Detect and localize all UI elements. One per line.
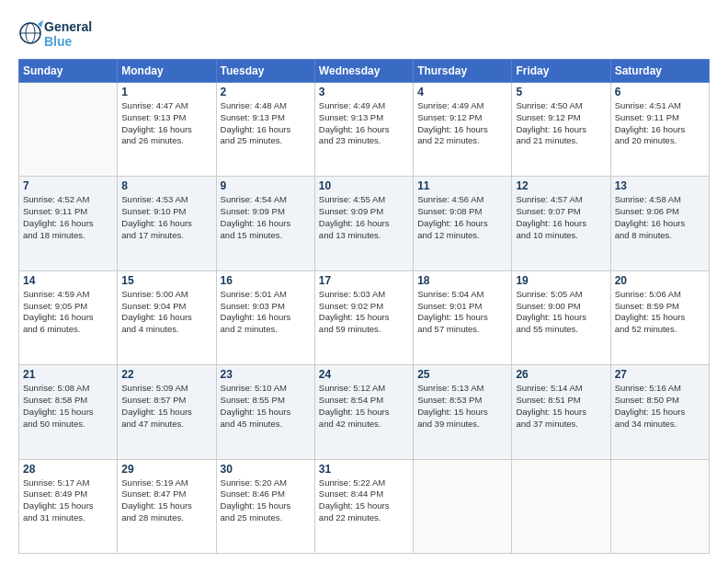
day-number: 14 (23, 274, 113, 287)
calendar-cell: 26Sunrise: 5:14 AMSunset: 8:51 PMDayligh… (512, 365, 610, 459)
calendar-cell (512, 459, 610, 553)
day-number: 31 (319, 463, 409, 476)
cell-info: Sunrise: 4:48 AMSunset: 9:13 PMDaylight:… (221, 100, 311, 147)
weekday-header-saturday: Saturday (610, 60, 709, 83)
calendar-cell: 11Sunrise: 4:56 AMSunset: 9:08 PMDayligh… (414, 177, 512, 270)
cell-info: Sunrise: 5:17 AMSunset: 8:49 PMDaylight:… (23, 477, 113, 524)
cell-info: Sunrise: 5:04 AMSunset: 9:01 PMDaylight:… (417, 289, 507, 336)
cell-info: Sunrise: 5:20 AMSunset: 8:46 PMDaylight:… (221, 477, 311, 524)
calendar-cell: 14Sunrise: 4:59 AMSunset: 9:05 PMDayligh… (19, 270, 118, 364)
day-number: 23 (221, 368, 311, 381)
day-number: 18 (417, 274, 507, 287)
calendar-cell: 31Sunrise: 5:22 AMSunset: 8:44 PMDayligh… (314, 459, 413, 553)
weekday-header-sunday: Sunday (19, 60, 118, 83)
calendar-cell: 15Sunrise: 5:00 AMSunset: 9:04 PMDayligh… (118, 270, 216, 364)
cell-info: Sunrise: 4:49 AMSunset: 9:12 PMDaylight:… (417, 100, 507, 147)
calendar-cell: 16Sunrise: 5:01 AMSunset: 9:03 PMDayligh… (216, 270, 314, 364)
day-number: 15 (121, 274, 211, 287)
calendar-cell: 19Sunrise: 5:05 AMSunset: 9:00 PMDayligh… (512, 270, 610, 364)
day-number: 5 (516, 86, 606, 98)
cell-info: Sunrise: 5:03 AMSunset: 9:02 PMDaylight:… (319, 289, 409, 336)
calendar-cell: 9Sunrise: 4:54 AMSunset: 9:09 PMDaylight… (216, 177, 314, 270)
calendar-cell: 8Sunrise: 4:53 AMSunset: 9:10 PMDaylight… (118, 177, 216, 270)
calendar-cell: 2Sunrise: 4:48 AMSunset: 9:13 PMDaylight… (216, 83, 314, 177)
day-number: 3 (319, 86, 409, 98)
calendar-cell: 13Sunrise: 4:58 AMSunset: 9:06 PMDayligh… (610, 177, 709, 270)
day-number: 4 (417, 86, 507, 98)
day-number: 22 (121, 368, 211, 381)
calendar-week-row: 14Sunrise: 4:59 AMSunset: 9:05 PMDayligh… (19, 270, 710, 364)
calendar-cell: 24Sunrise: 5:12 AMSunset: 8:54 PMDayligh… (314, 365, 413, 459)
cell-info: Sunrise: 4:50 AMSunset: 9:12 PMDaylight:… (516, 100, 606, 147)
day-number: 12 (516, 179, 606, 192)
weekday-header-friday: Friday (512, 60, 610, 83)
calendar-table: SundayMondayTuesdayWednesdayThursdayFrid… (18, 59, 710, 554)
day-number: 26 (516, 368, 606, 381)
calendar-cell: 18Sunrise: 5:04 AMSunset: 9:01 PMDayligh… (414, 270, 512, 364)
calendar-cell: 30Sunrise: 5:20 AMSunset: 8:46 PMDayligh… (216, 459, 314, 553)
cell-info: Sunrise: 4:56 AMSunset: 9:08 PMDaylight:… (417, 194, 507, 241)
cell-info: Sunrise: 4:54 AMSunset: 9:09 PMDaylight:… (221, 194, 311, 241)
day-number: 10 (319, 179, 409, 192)
cell-info: Sunrise: 5:01 AMSunset: 9:03 PMDaylight:… (221, 289, 311, 336)
calendar-cell (414, 459, 512, 553)
calendar-cell: 5Sunrise: 4:50 AMSunset: 9:12 PMDaylight… (512, 83, 610, 177)
cell-info: Sunrise: 5:10 AMSunset: 8:55 PMDaylight:… (221, 383, 311, 430)
day-number: 8 (121, 179, 211, 192)
svg-text:General: General (44, 19, 92, 34)
cell-info: Sunrise: 5:16 AMSunset: 8:50 PMDaylight:… (615, 383, 705, 430)
calendar-cell: 29Sunrise: 5:19 AMSunset: 8:47 PMDayligh… (118, 459, 216, 553)
calendar-week-row: 7Sunrise: 4:52 AMSunset: 9:11 PMDaylight… (19, 177, 710, 270)
calendar-cell: 1Sunrise: 4:47 AMSunset: 9:13 PMDaylight… (118, 83, 216, 177)
calendar-cell (19, 83, 118, 177)
weekday-header-wednesday: Wednesday (314, 60, 413, 83)
cell-info: Sunrise: 4:59 AMSunset: 9:05 PMDaylight:… (23, 289, 113, 336)
cell-info: Sunrise: 5:13 AMSunset: 8:53 PMDaylight:… (417, 383, 507, 430)
day-number: 1 (121, 86, 211, 98)
calendar-cell: 28Sunrise: 5:17 AMSunset: 8:49 PMDayligh… (19, 459, 118, 553)
day-number: 27 (615, 368, 705, 381)
cell-info: Sunrise: 5:12 AMSunset: 8:54 PMDaylight:… (319, 383, 409, 430)
calendar-cell: 12Sunrise: 4:57 AMSunset: 9:07 PMDayligh… (512, 177, 610, 270)
weekday-header-thursday: Thursday (414, 60, 512, 83)
day-number: 6 (615, 86, 705, 98)
cell-info: Sunrise: 5:14 AMSunset: 8:51 PMDaylight:… (516, 383, 606, 430)
day-number: 11 (417, 179, 507, 192)
day-number: 7 (23, 179, 113, 192)
cell-info: Sunrise: 5:00 AMSunset: 9:04 PMDaylight:… (121, 289, 211, 336)
cell-info: Sunrise: 5:19 AMSunset: 8:47 PMDaylight:… (121, 477, 211, 524)
day-number: 30 (221, 463, 311, 476)
day-number: 16 (221, 274, 311, 287)
cell-info: Sunrise: 5:06 AMSunset: 8:59 PMDaylight:… (615, 289, 705, 336)
calendar-cell (610, 459, 709, 553)
day-number: 28 (23, 463, 113, 476)
day-number: 25 (417, 368, 507, 381)
calendar-cell: 25Sunrise: 5:13 AMSunset: 8:53 PMDayligh… (414, 365, 512, 459)
day-number: 21 (23, 368, 113, 381)
header: General Blue (18, 15, 710, 52)
calendar-cell: 4Sunrise: 4:49 AMSunset: 9:12 PMDaylight… (414, 83, 512, 177)
weekday-header-row: SundayMondayTuesdayWednesdayThursdayFrid… (19, 60, 710, 83)
calendar-cell: 20Sunrise: 5:06 AMSunset: 8:59 PMDayligh… (610, 270, 709, 364)
day-number: 9 (221, 179, 311, 192)
calendar-cell: 17Sunrise: 5:03 AMSunset: 9:02 PMDayligh… (314, 270, 413, 364)
day-number: 17 (319, 274, 409, 287)
calendar-cell: 27Sunrise: 5:16 AMSunset: 8:50 PMDayligh… (610, 365, 709, 459)
svg-text:Blue: Blue (44, 34, 73, 49)
day-number: 2 (221, 86, 311, 98)
cell-info: Sunrise: 4:58 AMSunset: 9:06 PMDaylight:… (615, 194, 705, 241)
calendar-cell: 21Sunrise: 5:08 AMSunset: 8:58 PMDayligh… (19, 365, 118, 459)
page: General Blue SundayMondayTuesdayWednesda… (0, 0, 728, 563)
cell-info: Sunrise: 4:52 AMSunset: 9:11 PMDaylight:… (23, 194, 113, 241)
logo: General Blue (18, 15, 101, 52)
cell-info: Sunrise: 5:09 AMSunset: 8:57 PMDaylight:… (121, 383, 211, 430)
cell-info: Sunrise: 4:55 AMSunset: 9:09 PMDaylight:… (319, 194, 409, 241)
calendar-cell: 6Sunrise: 4:51 AMSunset: 9:11 PMDaylight… (610, 83, 709, 177)
day-number: 13 (615, 179, 705, 192)
calendar-cell: 22Sunrise: 5:09 AMSunset: 8:57 PMDayligh… (118, 365, 216, 459)
calendar-cell: 7Sunrise: 4:52 AMSunset: 9:11 PMDaylight… (19, 177, 118, 270)
weekday-header-monday: Monday (118, 60, 216, 83)
cell-info: Sunrise: 4:49 AMSunset: 9:13 PMDaylight:… (319, 100, 409, 147)
calendar-cell: 23Sunrise: 5:10 AMSunset: 8:55 PMDayligh… (216, 365, 314, 459)
day-number: 29 (121, 463, 211, 476)
